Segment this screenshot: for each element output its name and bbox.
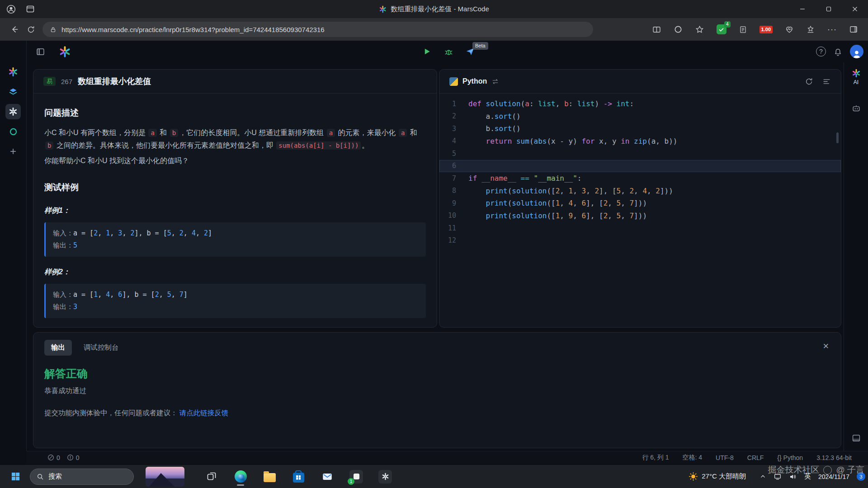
code-line-1[interactable]: 1def solution(a: list, b: list) -> int: [439,98,841,110]
split-screen-icon[interactable] [652,25,661,34]
format-code-icon[interactable] [822,77,831,86]
code-line-10[interactable]: 10 print(solution([1, 9, 6], [2, 5, 7])) [439,210,841,222]
marscode-app: + Beta ? [0,41,868,465]
line-number: 8 [439,187,468,195]
minimize-button[interactable] [789,0,816,18]
user-avatar[interactable] [850,45,863,58]
weather-widget[interactable]: 27°C 大部晴朗 [689,472,746,481]
reset-code-icon[interactable] [805,77,813,86]
mail-button[interactable] [317,467,337,487]
close-button[interactable] [842,0,868,18]
browser-essentials-icon[interactable] [785,25,794,34]
code-line-7[interactable]: 7if __name__ == "__main__": [439,172,841,185]
address-bar[interactable]: https://www.marscode.cn/practice/lnrp0r1… [42,22,593,37]
code-line-12[interactable]: 12 [439,235,841,247]
code-editor[interactable]: 1def solution(a: list, b: list) -> int:2… [439,94,841,327]
sidebar-item-courses[interactable] [5,84,21,99]
status-item[interactable]: {} Python [777,454,803,461]
taskbar-search[interactable]: 搜索 [30,469,134,485]
inline-code: a [327,129,335,137]
code-line-2[interactable]: 2 a.sort() [439,110,841,123]
tab-actions-icon[interactable] [26,5,35,14]
taskbar-left: 搜索 1 [0,467,395,487]
status-problems[interactable]: 0 0 [27,454,80,461]
code-line-3[interactable]: 3 b.sort() [439,122,841,135]
task-view-button[interactable] [202,467,222,487]
submit-button[interactable]: Beta [462,44,478,59]
line-number: 5 [439,150,468,158]
adblock-extension-icon[interactable]: 4 [717,24,726,34]
start-button[interactable] [6,468,24,486]
code-line-11[interactable]: 11 [439,222,841,235]
file-explorer-button[interactable] [259,467,279,487]
toggle-bottom-panel-icon[interactable] [851,433,861,443]
refresh-button[interactable] [23,21,39,38]
marscode-header-logo[interactable] [59,46,71,58]
help-icon[interactable]: ? [816,47,826,56]
search-label: 搜索 [48,472,62,481]
notifications-icon[interactable] [833,47,843,56]
sidebar-item-home[interactable] [5,64,21,80]
more-options-icon[interactable]: ··· [827,25,837,34]
switch-language-icon[interactable] [491,78,499,85]
sidebar-item-practice[interactable] [5,104,21,119]
warnings-indicator[interactable]: 0 [67,454,80,461]
plugin-robot-icon[interactable] [851,103,861,113]
code-line-5[interactable]: 5 [439,147,841,160]
collapse-panel-icon[interactable] [36,47,45,56]
debug-button[interactable] [441,44,456,59]
sidebar-toggle-icon[interactable] [849,25,858,34]
status-bar: 0 0 行 6, 列 1空格: 4UTF-8CRLF{} Python3.12.… [27,451,868,464]
pinned-app-icon: 1 [349,470,363,483]
browser-toolbar: https://www.marscode.cn/practice/lnrp0r1… [0,18,868,41]
pinned-app-button[interactable]: 1 [346,467,366,487]
output-tab-0[interactable]: 输出 [44,340,72,356]
photo-thumbnail[interactable] [146,467,184,487]
back-button[interactable] [6,21,23,38]
language-label: Python [462,77,487,85]
code-line-8[interactable]: 8 print(solution([2, 1, 3, 2], [5, 2, 4,… [439,185,841,197]
status-item[interactable]: UTF-8 [716,454,734,461]
favorites-bar-icon[interactable] [806,25,815,34]
search-icon [37,473,44,480]
line-number: 11 [439,224,468,232]
header-right: ? [816,41,863,62]
lock-icon [50,26,57,33]
favorite-star-icon[interactable] [695,25,704,34]
marscode-app-button[interactable] [375,467,395,487]
errors-indicator[interactable]: 0 [47,454,60,461]
status-item[interactable]: 3.12.3 64-bit [816,454,852,461]
result-subtitle: 恭喜成功通过 [44,386,830,396]
run-button[interactable] [419,44,434,59]
problem-title: 数组重排最小化差值 [78,76,151,87]
line-number: 7 [439,174,468,183]
status-item[interactable]: 空格: 4 [683,454,703,462]
tray-chevron-icon[interactable] [760,473,766,480]
language-selector[interactable]: Python [449,77,499,86]
editor-scrollbar[interactable] [836,132,839,143]
code-line-9[interactable]: 9 print(solution([1, 4, 6], [2, 5, 7])) [439,197,841,210]
sidebar-item-community[interactable] [5,124,21,139]
url-text[interactable]: https://www.marscode.cn/practice/lnrp0r1… [61,26,325,33]
add-icon[interactable]: + [5,144,21,159]
code-line-4[interactable]: 4 return sum(abs(x - y) for x, y in zip(… [439,135,841,148]
browser-profile-icon[interactable] [6,5,16,14]
notes-extension-icon[interactable] [739,25,747,34]
output-panel: 输出调试控制台 ✕ 解答正确 恭喜成功通过 提交功能内测体验中，任何问题或者建议… [33,332,841,448]
output-tab-1[interactable]: 调试控制台 [84,340,119,356]
maximize-button[interactable] [816,0,842,18]
watermark: 掘金技术社区 @ 子言 [768,464,864,476]
edge-app-button[interactable] [231,467,250,487]
status-item[interactable]: 行 6, 列 1 [642,454,669,462]
sample-block: 输入：a = [1, 4, 6], b = [2, 5, 7]输出：3 [44,284,426,318]
close-output-icon[interactable]: ✕ [823,342,829,351]
store-button[interactable] [288,467,308,487]
ai-assistant-icon[interactable] [852,69,861,78]
price-extension-badge[interactable]: 1.00 [760,26,773,33]
code-panel: Python 1def solution(a: list, b: list) -… [439,69,841,328]
code-line-6[interactable]: 6 [439,160,841,173]
feedback-link[interactable]: 请点此链接反馈 [179,409,229,417]
toolbar-actions: 4 1.00 ··· [652,24,862,34]
extension-ring-icon[interactable] [674,25,683,34]
status-item[interactable]: CRLF [747,454,764,461]
